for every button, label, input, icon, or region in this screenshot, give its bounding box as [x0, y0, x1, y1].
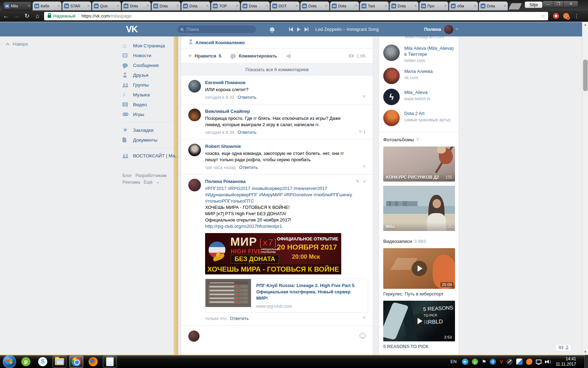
tab-close-icon[interactable]: ×: [28, 4, 30, 8]
avatar[interactable]: [188, 80, 201, 93]
browser-tab[interactable]: VKDota×: [181, 1, 210, 11]
sidebar-item-news[interactable]: Новости: [122, 50, 174, 60]
video-title[interactable]: 5 REASONS TO PICK: [383, 344, 454, 349]
footer-link-developers[interactable]: Разработчикам: [135, 173, 167, 178]
extension-icon-orange[interactable]: [563, 13, 569, 19]
address-bar[interactable]: Надежный https://vk.com /milaspage ☆: [44, 12, 548, 20]
share-button[interactable]: [286, 54, 291, 59]
taskbar-notepad-icon[interactable]: [103, 356, 117, 368]
browser-tab[interactable]: VKDota×: [479, 1, 508, 11]
reply-button[interactable]: Ответить: [230, 316, 248, 321]
tab-close-icon[interactable]: ×: [325, 4, 328, 8]
language-indicator[interactable]: EN: [450, 359, 456, 364]
back-to-top-button[interactable]: Наверх: [6, 41, 28, 47]
browser-tab[interactable]: VKDota×: [300, 1, 329, 11]
video-thumbnail[interactable]: 25:09: [383, 248, 455, 289]
tab-close-icon[interactable]: ×: [295, 4, 298, 8]
photo-album[interactable]: Mila25: [383, 186, 455, 231]
link-title[interactable]: Mila Alieva (Mila_Alieva) в Твиттере: [404, 45, 454, 57]
action-center-flag-icon[interactable]: ⚑: [482, 359, 486, 365]
footer-link-blog[interactable]: Блог: [122, 173, 132, 178]
tab-close-icon[interactable]: ×: [266, 4, 268, 8]
comment-author-link[interactable]: Евгений Поминов: [205, 80, 366, 85]
delete-x-icon[interactable]: ×: [363, 179, 366, 184]
telegram-tray-icon[interactable]: [462, 359, 468, 365]
taskbar-skype-icon[interactable]: S: [36, 356, 50, 368]
browser-tab[interactable]: VKDota×: [241, 1, 270, 11]
browser-tab[interactable]: VKTast×: [360, 1, 389, 11]
browser-tab[interactable]: VKПро×: [419, 1, 448, 11]
browser-tab[interactable]: VKКибе×: [33, 1, 62, 11]
tab-close-icon[interactable]: ×: [117, 4, 119, 8]
comment-url-link[interactable]: http://rpg-club.org/ns2017hfcontestpr1: [205, 223, 366, 230]
search-input[interactable]: [186, 26, 242, 32]
sidebar-item-bookmarks[interactable]: ★Закладки: [122, 125, 174, 135]
home-button[interactable]: ⌂: [33, 12, 42, 21]
avatar[interactable]: [188, 109, 201, 121]
forward-button[interactable]: →: [12, 12, 21, 21]
tab-close-icon[interactable]: ×: [236, 4, 238, 8]
browser-tab[interactable]: VKDota×: [152, 1, 181, 11]
volume-tray-icon[interactable]: ): [545, 360, 551, 364]
taskbar-firefox-icon[interactable]: [86, 356, 100, 368]
profile-link-row[interactable]: ϟ Mila_Alievawww.twitch.tv: [383, 89, 454, 105]
vk-logo[interactable]: VK: [126, 24, 138, 34]
comment-like-button[interactable]: ♥: [363, 93, 366, 99]
minimize-button[interactable]: —: [542, 1, 553, 7]
show-all-comments-button[interactable]: Показать все 6 комментариев: [181, 63, 373, 76]
reply-button[interactable]: Ответить: [238, 130, 256, 135]
player-next-button[interactable]: [304, 27, 308, 32]
comment-author-link[interactable]: Вежливый Снайпер: [205, 109, 366, 114]
player-prev-button[interactable]: [289, 27, 293, 32]
tab-close-icon[interactable]: ×: [176, 4, 179, 8]
scroll-down-arrow[interactable]: ▼: [582, 349, 588, 355]
promo-banner-image[interactable]: МИР[x7] HIGH FIVE ОФИЦИАЛЬНАЯПЛАТФОРМА Б…: [205, 233, 341, 274]
repost-author-link[interactable]: Алексей Коноваленко: [195, 40, 245, 45]
emoji-smiley-icon[interactable]: [359, 333, 366, 339]
back-button[interactable]: ←: [1, 12, 10, 21]
hashtag-line[interactable]: #ИдунановыйсерверРПГ #МируМИР #RPGonelov…: [205, 192, 366, 198]
start-button[interactable]: [3, 355, 16, 368]
link-title[interactable]: Мила Алиева: [404, 68, 433, 74]
like-button[interactable]: ♥Нравится 5: [188, 53, 221, 59]
profile-link-row[interactable]: Mila Alieva (Mila_Alieva) в Твиттереtwit…: [383, 45, 454, 63]
user-menu[interactable]: Полина: [424, 25, 458, 34]
notifications-bell-icon[interactable]: [270, 27, 274, 31]
extension-icon-red[interactable]: [553, 13, 559, 19]
browser-tab[interactable]: VKMila×: [3, 1, 32, 11]
scrollbar-thumb[interactable]: [583, 60, 588, 91]
satellite-tray-icon[interactable]: [506, 359, 513, 365]
tab-close-icon[interactable]: ×: [147, 4, 149, 8]
comment-like-button[interactable]: ♥: [363, 163, 366, 169]
online-friends-badge[interactable]: 93: [555, 344, 572, 351]
utorrent-tray-icon[interactable]: µ: [472, 359, 478, 365]
sidebar-item-music[interactable]: ♪Музыка: [122, 90, 174, 100]
sidebar-item-video[interactable]: Видео: [122, 100, 174, 109]
search-field[interactable]: [177, 25, 257, 34]
sidebar-item-community[interactable]: ВОСТОКСАЙТ | Ма..: [122, 151, 174, 161]
browser-tab[interactable]: VKQuic×: [92, 1, 121, 11]
link-title[interactable]: РПГ-Клуб Russia: Lineage 2. High Five Pa…: [256, 282, 363, 301]
tab-close-icon[interactable]: ×: [385, 4, 387, 8]
taskbar-explorer-icon[interactable]: [52, 356, 66, 368]
tab-close-icon[interactable]: ×: [474, 4, 476, 8]
player-track-title[interactable]: Led Zeppelin – Immigrant Song: [315, 27, 379, 32]
browser-tab[interactable]: VKDota×: [330, 1, 359, 11]
blue-app-tray-icon[interactable]: [516, 359, 523, 365]
reload-button[interactable]: ↻: [22, 12, 31, 21]
tab-close-icon[interactable]: ×: [206, 4, 209, 8]
settings-gear-tray-icon[interactable]: ⚙: [490, 359, 496, 365]
profile-link-row[interactable]: Мила Алиеваvk.com: [383, 68, 454, 84]
new-tab-button[interactable]: [509, 3, 522, 9]
photo-album[interactable]: КОНКУРС РИСУНКОВ Д2155: [383, 146, 455, 182]
sidebar-item-documents[interactable]: Документы: [122, 135, 174, 145]
page-scrollbar[interactable]: ▲ ▼: [582, 22, 588, 355]
taskbar-clock[interactable]: 14:41 11.11.2017: [556, 356, 576, 367]
reply-button[interactable]: Ответить: [238, 95, 256, 100]
avast-tray-icon[interactable]: [526, 359, 532, 365]
sidebar-item-friends[interactable]: Друзья: [122, 70, 174, 80]
comment-input[interactable]: [204, 330, 359, 355]
edit-pencil-icon[interactable]: ✎: [356, 179, 360, 184]
link-title[interactable]: Mila_Alieva: [404, 89, 430, 95]
v-app-tray-icon[interactable]: V: [499, 359, 503, 365]
